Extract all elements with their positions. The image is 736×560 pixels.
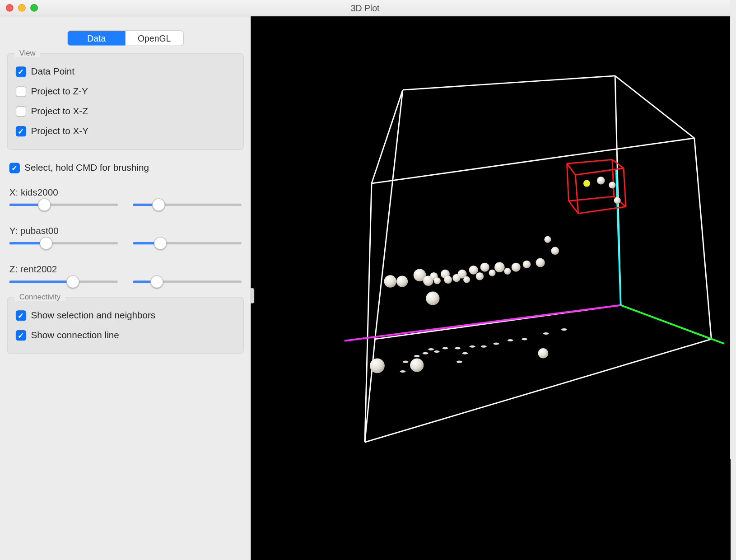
zoom-icon[interactable] xyxy=(30,4,38,12)
checkbox-label: Show selection and neighbors xyxy=(31,310,155,321)
svg-point-26 xyxy=(423,352,429,355)
svg-point-40 xyxy=(457,361,462,363)
checkbox-project-xz[interactable]: Project to X-Z xyxy=(16,102,235,121)
svg-point-33 xyxy=(481,345,487,348)
svg-line-4 xyxy=(372,138,694,183)
svg-point-34 xyxy=(494,342,499,345)
data-point[interactable] xyxy=(426,292,439,305)
svg-point-29 xyxy=(443,347,448,349)
svg-line-19 xyxy=(575,175,578,213)
svg-line-23 xyxy=(568,201,578,214)
checkbox-icon[interactable] xyxy=(16,66,26,77)
data-point[interactable] xyxy=(469,266,478,275)
data-point[interactable] xyxy=(614,197,621,204)
data-point[interactable] xyxy=(480,263,489,272)
checkbox-label: Project to X-Y xyxy=(31,126,88,136)
svg-line-15 xyxy=(567,163,569,201)
window-controls xyxy=(0,4,38,12)
titlebar: 3D Plot xyxy=(0,0,730,16)
svg-point-38 xyxy=(561,328,567,331)
data-point[interactable] xyxy=(396,275,408,287)
svg-line-0 xyxy=(403,76,615,90)
svg-point-30 xyxy=(455,347,461,349)
svg-point-32 xyxy=(470,345,475,348)
sidebar: Data OpenGL View Data Point Project to Z… xyxy=(0,16,251,560)
data-point[interactable] xyxy=(609,182,615,188)
slider-z-high[interactable] xyxy=(133,280,242,283)
data-point[interactable] xyxy=(504,268,511,275)
svg-point-27 xyxy=(428,348,434,350)
data-point[interactable] xyxy=(434,277,441,284)
slider-x-group: X: kids2000 xyxy=(7,184,244,216)
slider-y-group: Y: pubast00 xyxy=(7,222,244,255)
slider-z-group: Z: rent2002 xyxy=(7,261,244,293)
slider-x-low[interactable] xyxy=(9,204,118,206)
data-point[interactable] xyxy=(544,236,551,243)
svg-line-2 xyxy=(375,90,402,339)
data-point[interactable] xyxy=(551,247,559,255)
svg-point-37 xyxy=(543,332,549,335)
svg-line-17 xyxy=(624,168,626,206)
svg-point-25 xyxy=(414,355,420,357)
data-point-selected[interactable] xyxy=(583,180,590,187)
checkbox-label: Show connection line xyxy=(31,330,119,341)
checkbox-icon[interactable] xyxy=(16,126,26,136)
svg-line-14 xyxy=(568,196,614,201)
checkbox-icon[interactable] xyxy=(16,106,26,117)
checkbox-data-point[interactable]: Data Point xyxy=(16,62,235,82)
svg-point-31 xyxy=(462,352,468,355)
data-point[interactable] xyxy=(489,270,496,276)
svg-point-24 xyxy=(403,361,409,363)
close-icon[interactable] xyxy=(6,4,14,12)
window-title: 3D Plot xyxy=(0,3,730,13)
connectivity-title: Connectivity xyxy=(14,292,65,301)
data-point[interactable] xyxy=(476,272,484,280)
svg-line-20 xyxy=(567,163,576,175)
slider-x-high[interactable] xyxy=(133,204,242,206)
slider-y-low[interactable] xyxy=(9,242,118,244)
data-point[interactable] xyxy=(536,258,545,267)
slider-y-high[interactable] xyxy=(133,242,242,244)
connectivity-block: Connectivity Show selection and neighbor… xyxy=(7,297,244,354)
checkbox-show-selection-neighbors[interactable]: Show selection and neighbors xyxy=(16,306,235,326)
data-point[interactable] xyxy=(512,263,521,272)
checkbox-project-xy[interactable]: Project to X-Y xyxy=(16,121,235,141)
checkbox-label: Data Point xyxy=(31,66,75,77)
data-point[interactable] xyxy=(538,348,549,359)
svg-point-36 xyxy=(522,338,527,340)
checkbox-label: Project to X-Z xyxy=(31,106,88,117)
tab-data[interactable]: Data xyxy=(68,31,126,45)
svg-line-13 xyxy=(612,159,614,196)
checkbox-show-connection-line[interactable]: Show connection line xyxy=(16,326,235,345)
data-point[interactable] xyxy=(494,262,505,272)
plot-3d[interactable] xyxy=(251,16,730,560)
tab-segmented: Data OpenGL xyxy=(67,30,184,46)
checkbox-label: Select, hold CMD for brushing xyxy=(24,163,149,173)
data-point[interactable] xyxy=(597,177,605,185)
svg-point-28 xyxy=(434,350,440,353)
data-point[interactable] xyxy=(463,276,470,283)
data-point[interactable] xyxy=(410,359,424,372)
view-title: View xyxy=(14,48,40,57)
checkbox-project-zy[interactable]: Project to Z-Y xyxy=(16,82,235,102)
tab-opengl[interactable]: OpenGL xyxy=(126,31,183,45)
checkbox-icon[interactable] xyxy=(16,310,26,321)
data-point[interactable] xyxy=(444,275,452,284)
checkbox-icon[interactable] xyxy=(16,86,26,97)
view-block: View Data Point Project to Z-Y Project t… xyxy=(7,53,244,150)
data-point[interactable] xyxy=(370,359,385,373)
data-point[interactable] xyxy=(384,275,397,288)
svg-line-9 xyxy=(615,76,694,138)
svg-line-7 xyxy=(365,339,711,442)
svg-point-35 xyxy=(508,339,513,341)
svg-line-12 xyxy=(567,159,612,163)
slider-z-low[interactable] xyxy=(9,280,118,283)
checkbox-select-brush[interactable]: Select, hold CMD for brushing xyxy=(6,158,245,178)
data-point[interactable] xyxy=(523,261,531,269)
checkbox-icon[interactable] xyxy=(9,163,20,173)
plot-canvas[interactable] xyxy=(251,16,730,560)
checkbox-label: Project to Z-Y xyxy=(31,86,88,97)
checkbox-icon[interactable] xyxy=(16,330,26,341)
svg-point-39 xyxy=(400,370,406,373)
minimize-icon[interactable] xyxy=(18,4,26,12)
